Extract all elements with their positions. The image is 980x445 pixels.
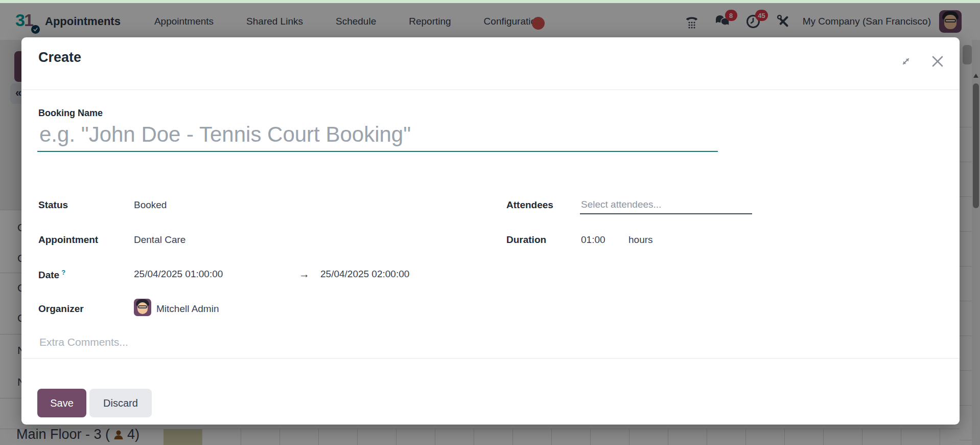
attendees-label: Attendees: [506, 199, 553, 211]
date-start-value[interactable]: 25/04/2025 01:00:00: [134, 269, 223, 280]
appointment-value[interactable]: Dental Care: [134, 234, 185, 246]
create-booking-dialog: Create Booking Name Status Booked Appoin…: [21, 37, 960, 425]
date-end-value[interactable]: 25/04/2025 02:00:00: [320, 269, 409, 280]
status-value[interactable]: Booked: [134, 199, 167, 211]
organizer-label: Organizer: [38, 303, 84, 315]
date-range-arrow-icon: →: [299, 268, 310, 280]
duration-unit: hours: [628, 234, 653, 246]
duration-label: Duration: [506, 234, 546, 246]
appointment-label: Appointment: [38, 234, 98, 246]
attendees-input[interactable]: [580, 196, 752, 214]
organizer-value[interactable]: Mitchell Admin: [156, 303, 219, 315]
date-help-icon[interactable]: ?: [61, 269, 65, 276]
save-button[interactable]: Save: [37, 389, 86, 417]
booking-name-label: Booking Name: [38, 108, 103, 119]
browser-top-strip: [0, 0, 980, 3]
header-divider: [21, 90, 960, 90]
footer-divider: [21, 358, 960, 359]
date-label: Date?: [38, 269, 65, 281]
dialog-title: Create: [38, 50, 81, 65]
booking-name-input[interactable]: [37, 118, 718, 152]
screen: 31 Appointments Appointments Shared Link…: [0, 0, 980, 445]
expand-dialog-icon[interactable]: [897, 53, 915, 70]
extra-comments-input[interactable]: [37, 333, 497, 351]
organizer-avatar: [134, 299, 151, 316]
status-label: Status: [38, 199, 68, 211]
discard-button[interactable]: Discard: [89, 389, 152, 417]
duration-value[interactable]: 01:00: [581, 234, 605, 246]
close-dialog-icon[interactable]: [929, 53, 946, 70]
